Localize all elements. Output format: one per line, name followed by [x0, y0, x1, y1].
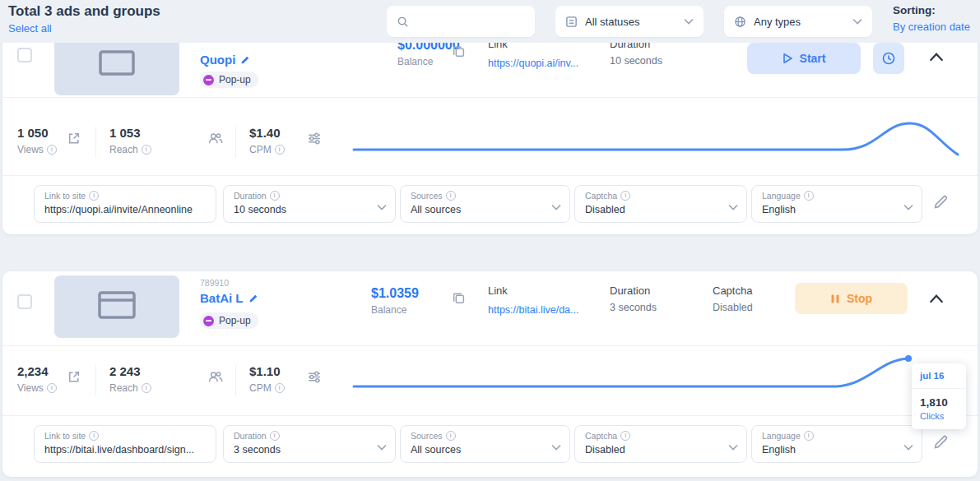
info-icon	[275, 383, 285, 393]
divider	[2, 345, 978, 346]
audience-icon[interactable]	[208, 132, 223, 146]
status-list-icon	[565, 16, 578, 28]
search-input[interactable]	[416, 16, 525, 28]
collapse-button[interactable]	[929, 293, 944, 304]
field-duration[interactable]: Duration 3 seconds	[223, 425, 396, 463]
link-column: Link https://bitai.live/da...	[488, 284, 578, 317]
field-language[interactable]: Language English	[751, 185, 922, 223]
chevron-down-icon	[728, 439, 738, 454]
balance-block: $1.0359 Balance	[371, 286, 419, 316]
field-sources[interactable]: Sources All sources	[400, 425, 570, 463]
info-icon	[47, 145, 57, 155]
captcha-column: Captcha Disabled	[713, 284, 753, 313]
audience-icon[interactable]	[208, 370, 223, 384]
ad-thumbnail[interactable]	[54, 275, 179, 338]
chevron-down-icon	[684, 18, 694, 25]
cpm-stat: $1.10 CPM	[249, 364, 285, 394]
ad-name[interactable]: BatAi L	[200, 291, 244, 305]
select-all-link[interactable]: Select all	[8, 22, 52, 35]
divider	[2, 175, 978, 176]
select-ad-checkbox[interactable]	[17, 294, 32, 309]
sliders-icon[interactable]	[307, 370, 322, 384]
chevron-up-icon	[929, 51, 944, 62]
performance-chart	[352, 354, 920, 408]
external-link-icon[interactable]	[67, 132, 81, 146]
divider	[235, 127, 236, 158]
status-filter[interactable]: All statuses	[555, 6, 704, 37]
start-button-label: Start	[800, 52, 826, 65]
chevron-down-icon	[728, 199, 738, 214]
field-link-to-site[interactable]: Link to site https://bitai.live/dashboar…	[34, 425, 216, 463]
sorting-label: Sorting:	[893, 4, 936, 16]
info-icon	[275, 145, 285, 155]
field-duration[interactable]: Duration 10 seconds	[223, 185, 396, 223]
browser-window-icon	[95, 289, 139, 325]
tooltip-value: 1,810	[912, 389, 966, 409]
info-icon	[804, 191, 814, 201]
sliders-icon[interactable]	[307, 132, 322, 146]
ad-id: 789910	[200, 278, 229, 288]
edit-name-icon[interactable]	[240, 55, 250, 65]
page-title: Total 3 ads and groups	[8, 3, 160, 20]
edit-name-icon[interactable]	[248, 294, 258, 303]
chart-tooltip: jul 16 1,810 Clicks	[912, 363, 966, 429]
start-button[interactable]: Start	[747, 43, 861, 74]
type-filter[interactable]: Any types	[724, 6, 872, 37]
chart-point[interactable]	[905, 355, 912, 362]
schedule-button[interactable]	[873, 43, 904, 74]
ads-dashboard: Quopi Pop-up $0.000000 Balance Link http…	[0, 0, 980, 481]
info-icon	[270, 191, 280, 201]
info-icon	[47, 383, 57, 393]
status-filter-value: All statuses	[585, 16, 639, 28]
divider	[95, 365, 96, 396]
collapse-button[interactable]	[929, 51, 944, 62]
sorting-value-link[interactable]: By creation date	[893, 21, 970, 33]
field-captcha[interactable]: Captcha Disabled	[574, 185, 747, 223]
info-icon	[142, 145, 151, 155]
ad-thumbnail[interactable]	[54, 35, 179, 95]
globe-icon	[734, 16, 746, 28]
performance-chart	[352, 117, 961, 171]
field-sources[interactable]: Sources All sources	[400, 185, 570, 223]
search-icon	[397, 16, 409, 28]
balance-value: $1.0359	[371, 286, 419, 301]
type-filter-value: Any types	[754, 16, 801, 28]
link-label: Link	[488, 284, 578, 297]
reach-stat: 2 243 Reach	[109, 364, 151, 394]
info-icon	[620, 191, 630, 201]
chevron-down-icon	[903, 439, 913, 454]
select-ad-checkbox[interactable]	[17, 48, 32, 62]
info-icon	[89, 191, 99, 201]
pause-icon	[830, 294, 840, 304]
tooltip-date: jul 16	[912, 363, 966, 389]
ad-type-label: Pop-up	[219, 315, 251, 326]
balance-label: Balance	[371, 304, 419, 316]
ad-name[interactable]: Quopi	[200, 53, 235, 67]
edit-fields-icon[interactable]	[933, 434, 949, 450]
ad-link[interactable]: https://bitai.live/da...	[488, 304, 578, 316]
search-box[interactable]	[387, 6, 535, 37]
stop-button[interactable]: Stop	[795, 283, 908, 314]
duration-label: Duration	[610, 284, 657, 297]
toolbar: Total 3 ads and groups Select all All st…	[0, 0, 980, 43]
ad-type-badge: Pop-up	[200, 72, 258, 88]
info-icon	[620, 431, 630, 441]
external-link-icon[interactable]	[67, 370, 81, 384]
divider	[2, 415, 978, 416]
divider	[235, 365, 236, 396]
views-stat: 1 050 Views	[17, 126, 57, 155]
ad-link[interactable]: https://quopi.ai/inv...	[488, 58, 578, 69]
copy-icon[interactable]	[452, 44, 466, 58]
field-captcha[interactable]: Captcha Disabled	[574, 425, 747, 463]
info-icon	[446, 431, 456, 441]
chevron-down-icon	[551, 439, 561, 454]
info-icon	[804, 431, 814, 441]
info-icon	[89, 431, 99, 441]
edit-fields-icon[interactable]	[933, 194, 949, 210]
popup-icon	[203, 75, 214, 86]
field-link-to-site[interactable]: Link to site https://quopi.ai/invite/Ann…	[34, 185, 216, 223]
field-language[interactable]: Language English	[751, 425, 922, 463]
copy-icon[interactable]	[452, 291, 466, 305]
cpm-stat: $1.40 CPM	[249, 126, 285, 155]
divider	[2, 97, 978, 98]
